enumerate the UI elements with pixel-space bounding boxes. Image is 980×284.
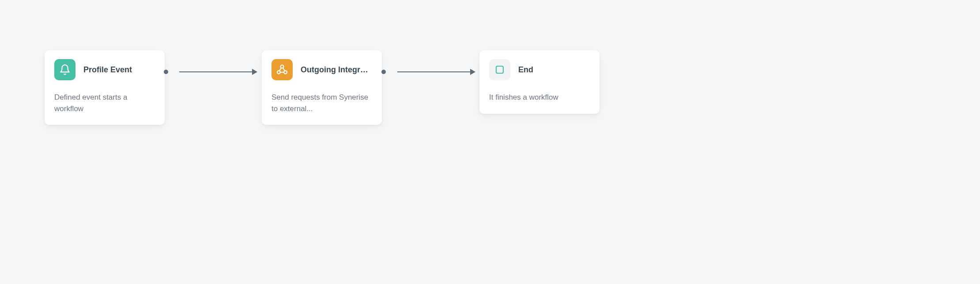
node-description: Defined event starts a workflow bbox=[54, 92, 155, 114]
webhook-icon bbox=[271, 59, 293, 80]
node-header: Outgoing Integr… bbox=[271, 59, 372, 80]
arrow-connector bbox=[179, 69, 257, 75]
node-description: It finishes a workflow bbox=[489, 92, 590, 103]
node-header: Profile Event bbox=[54, 59, 155, 80]
svg-rect-3 bbox=[496, 66, 503, 73]
connector-dot[interactable] bbox=[164, 70, 168, 74]
node-end[interactable]: End It finishes a workflow bbox=[479, 50, 599, 114]
node-profile-event[interactable]: Profile Event Defined event starts a wor… bbox=[45, 50, 165, 125]
node-title: Profile Event bbox=[83, 65, 132, 75]
node-title: End bbox=[518, 65, 533, 75]
connector-dot[interactable] bbox=[381, 70, 386, 74]
workflow-canvas[interactable]: Profile Event Defined event starts a wor… bbox=[0, 0, 980, 284]
node-title: Outgoing Integr… bbox=[301, 65, 368, 75]
bell-icon bbox=[54, 59, 75, 80]
node-outgoing-integration[interactable]: Outgoing Integr… Send requests from Syne… bbox=[262, 50, 382, 125]
arrow-connector bbox=[397, 69, 475, 75]
stop-icon bbox=[489, 59, 510, 80]
node-header: End bbox=[489, 59, 590, 80]
node-description: Send requests from Synerise to external.… bbox=[271, 92, 372, 114]
